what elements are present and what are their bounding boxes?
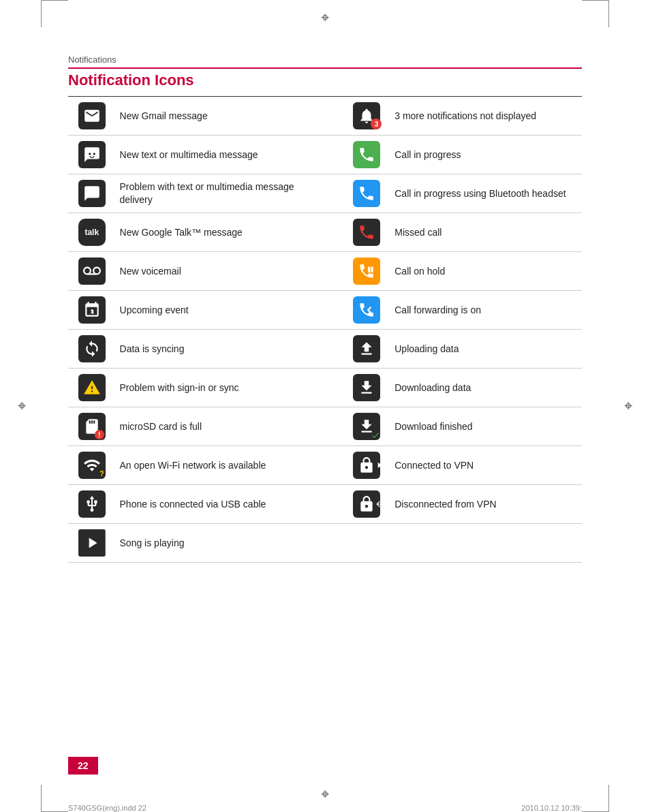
section-divider [68, 67, 582, 69]
spacer-cell [307, 291, 343, 330]
left-label-cell: New text or multimedia message [116, 136, 307, 174]
left-label-cell: An open Wi-Fi network is available [116, 446, 307, 485]
spacer-cell [307, 97, 343, 136]
section-label: Notifications [68, 54, 582, 65]
spacer-cell [307, 446, 343, 485]
sdcard-icon: ! [78, 413, 106, 440]
spacer-cell [307, 407, 343, 446]
spacer-cell [307, 136, 343, 174]
left-label-cell: New Google Talk™ message [116, 213, 307, 252]
reg-mark-bottom: ⌖ [315, 785, 335, 804]
left-icon-cell [68, 136, 116, 174]
right-label-cell: Call in progress using Bluetooth headset [390, 174, 582, 213]
trim-tr [582, 0, 609, 27]
footer-left-text: S740GSG(eng).indd 22 [68, 804, 146, 812]
svg-point-1 [93, 153, 95, 155]
trim-bl [41, 785, 68, 812]
table-row: ?An open Wi-Fi network is availableConne… [68, 446, 582, 485]
table-row: Problem with sign-in or syncDownloading … [68, 369, 582, 407]
left-label-cell: Data is syncing [116, 330, 307, 369]
left-label-cell: New voicemail [116, 252, 307, 291]
footer-right-text: 2010.10.12 10:39: [521, 804, 582, 812]
right-label-cell: Call on hold [390, 252, 582, 291]
left-label-cell: microSD card is full [116, 407, 307, 446]
spacer-cell [307, 213, 343, 252]
table-row: New voicemailCall on hold [68, 252, 582, 291]
page-title: Notification Icons [68, 72, 582, 89]
main-content: Notifications Notification Icons New Gma… [68, 54, 582, 563]
right-label-cell: Call in progress [390, 136, 582, 174]
svg-text:1: 1 [90, 307, 94, 315]
vpn-off-icon [353, 490, 380, 518]
right-icon-cell [343, 446, 391, 485]
sms-icon [78, 141, 106, 168]
right-label-cell: Call forwarding is on [390, 291, 582, 330]
left-icon-cell: ! [68, 174, 116, 213]
left-icon-cell: ? [68, 446, 116, 485]
trim-tl [41, 0, 68, 27]
reg-mark-left: ⌖ [12, 396, 31, 416]
sms-error-icon: ! [78, 180, 106, 207]
table-row: New Gmail message33 more notifications n… [68, 97, 582, 136]
download-icon [353, 374, 380, 401]
right-icon-cell [343, 136, 391, 174]
left-icon-cell [68, 485, 116, 524]
left-label-cell: Phone is connected via USB cable [116, 485, 307, 524]
right-label-cell: Download finished [390, 407, 582, 446]
missed-call-icon [353, 219, 380, 246]
left-icon-cell: talk [68, 213, 116, 252]
left-icon-cell [68, 524, 116, 563]
gtalk-icon: talk [78, 219, 106, 246]
gmail-icon [78, 102, 106, 129]
right-label-cell [390, 524, 582, 563]
svg-rect-3 [369, 267, 371, 273]
right-icon-cell [343, 369, 391, 407]
wifi-icon: ? [78, 452, 106, 479]
table-row: talkNew Google Talk™ messageMissed call [68, 213, 582, 252]
trim-br [582, 785, 609, 812]
call-hold-icon [353, 257, 380, 285]
right-label-cell: Missed call [390, 213, 582, 252]
spacer-cell [307, 524, 343, 563]
svg-rect-4 [371, 267, 373, 273]
table-row: Song is playing [68, 524, 582, 563]
right-label-cell: Uploading data [390, 330, 582, 369]
right-icon-cell: 3 [343, 97, 391, 136]
left-icon-cell [68, 369, 116, 407]
left-icon-cell [68, 97, 116, 136]
right-icon-cell [343, 213, 391, 252]
spacer-cell [307, 485, 343, 524]
download-done-icon [353, 413, 380, 440]
spacer-cell [307, 330, 343, 369]
left-icon-cell [68, 330, 116, 369]
right-icon-cell [343, 291, 391, 330]
spacer-cell [307, 369, 343, 407]
right-icon-cell [343, 174, 391, 213]
right-icon-cell [343, 524, 391, 563]
table-row: Data is syncingUploading data [68, 330, 582, 369]
call-progress-icon [353, 141, 380, 168]
left-label-cell: Upcoming event [116, 291, 307, 330]
voicemail-icon [78, 257, 106, 285]
right-label-cell: Downloading data [390, 369, 582, 407]
spacer-cell [307, 174, 343, 213]
table-row: !microSD card is fullDownload finished [68, 407, 582, 446]
right-icon-cell [343, 330, 391, 369]
calendar-icon: 1 [78, 296, 106, 324]
call-bt-icon [353, 180, 380, 207]
vpn-on-icon [353, 452, 380, 479]
table-row: Phone is connected via USB cableDisconne… [68, 485, 582, 524]
svg-text:!: ! [90, 187, 93, 198]
notification-icons-table: New Gmail message33 more notifications n… [68, 97, 582, 563]
notif-more-icon: 3 [353, 102, 380, 129]
sync-icon [78, 335, 106, 362]
sync-error-icon [78, 374, 106, 401]
right-label-cell: 3 more notifications not displayed [390, 97, 582, 136]
left-icon-cell: 1 [68, 291, 116, 330]
svg-point-0 [89, 153, 91, 155]
footer: 22 [0, 757, 650, 775]
spacer-cell [307, 252, 343, 291]
reg-mark-top: ⌖ [315, 8, 335, 27]
table-row: New text or multimedia messageCall in pr… [68, 136, 582, 174]
usb-icon [78, 490, 106, 518]
